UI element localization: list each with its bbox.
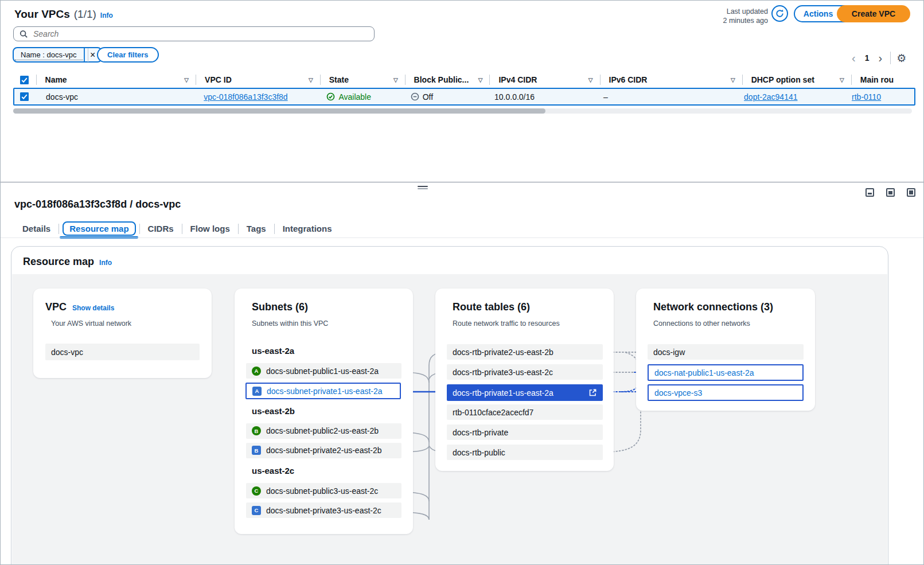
panel-drag-handle[interactable] — [418, 186, 428, 189]
tab-details[interactable]: Details — [14, 222, 59, 235]
vpc-column-title: VPC — [45, 301, 67, 313]
cell-dhcp-option-set-link[interactable]: dopt-2ac94141 — [744, 92, 797, 102]
page-info-link[interactable]: Info — [100, 11, 113, 20]
gear-icon[interactable]: ⚙ — [896, 52, 906, 65]
panel-layout-half-icon[interactable] — [886, 188, 895, 197]
column-filter-icon[interactable]: ▽ — [309, 77, 313, 83]
panel-layout-bottom-icon[interactable] — [865, 188, 874, 197]
network-connection-node-label: docs-vpce-s3 — [654, 388, 702, 398]
refresh-button[interactable] — [771, 5, 788, 22]
column-header-ipv4-cidr: IPv4 CIDR▽ — [489, 71, 599, 88]
cell-block-public-access: Off — [401, 89, 485, 104]
tab-integrations[interactable]: Integrations — [275, 222, 340, 235]
column-header-block-public-: Block Public...▽ — [405, 71, 490, 88]
subnet-node[interactable]: Cdocs-subnet-public3-us-east-2c — [246, 483, 401, 498]
route-tables-column-subtitle: Route network traffic to resources — [453, 319, 560, 328]
panel-layout-full-icon[interactable] — [907, 188, 915, 197]
tab-resource-map[interactable]: Resource map — [63, 221, 135, 236]
cell-main-route-table-link[interactable]: rtb-0110 — [852, 92, 881, 102]
tab-separator — [59, 224, 59, 234]
actions-button-label: Actions — [804, 9, 833, 18]
column-filter-icon[interactable]: ▽ — [184, 77, 189, 83]
vpc-show-details-link[interactable]: Show details — [72, 304, 114, 312]
tabs-divider-line — [1, 237, 923, 238]
column-filter-icon[interactable]: ▽ — [840, 77, 844, 83]
subnet-node[interactable]: Adocs-subnet-public1-us-east-2a — [246, 363, 401, 379]
select-all-checkbox[interactable] — [20, 76, 29, 84]
az-label-us-east-2a: us-east-2a — [252, 346, 294, 356]
table-header-checkbox-cell — [13, 71, 36, 88]
clear-filters-button[interactable]: Clear filters — [97, 47, 159, 63]
page-title-count: (1/1) — [74, 8, 96, 21]
cell-ipv6-cidr-text: – — [603, 92, 608, 102]
create-vpc-button[interactable]: Create VPC — [837, 5, 910, 22]
cell-ipv4-cidr: 10.0.0.0/16 — [485, 89, 594, 104]
route-tables-column-card: Route tables (6) Route network traffic t… — [435, 289, 614, 471]
network-connection-node[interactable]: docs-igw — [648, 344, 804, 360]
filter-token-label: Name : docs-vpc — [15, 50, 83, 60]
column-header-label: Block Public... — [414, 75, 469, 84]
subnet-node[interactable]: Cdocs-subnet-private3-us-east-2c — [246, 502, 401, 518]
subnets-column-subtitle: Subnets within this VPC — [252, 319, 328, 328]
column-filter-icon[interactable]: ▽ — [393, 77, 398, 83]
vpc-column-header: VPC Show details — [45, 301, 114, 313]
filter-divider — [88, 48, 88, 62]
route-table-node[interactable]: docs-rtb-private3-us-east-2c — [447, 364, 603, 380]
tab-flow-logs[interactable]: Flow logs — [182, 222, 238, 235]
panel-layout-controls — [865, 188, 915, 197]
page-title-text: Your VPCs — [14, 8, 70, 21]
subnet-node[interactable]: Bdocs-subnet-public2-us-east-2b — [246, 423, 401, 439]
open-route-table-icon[interactable] — [588, 388, 597, 397]
last-updated: Last updated 2 minutes ago — [660, 7, 768, 25]
route-table-node[interactable]: rtb-0110cface2acecfd7 — [447, 404, 603, 420]
public-subnet-badge: A — [252, 367, 261, 376]
tab-tags[interactable]: Tags — [239, 222, 274, 235]
table-header-row: Name▽VPC ID▽State▽Block Public...▽IPv4 C… — [13, 71, 923, 88]
public-subnet-badge: C — [252, 486, 261, 496]
last-updated-line2: 2 minutes ago — [660, 16, 768, 25]
resource-map-info-link[interactable]: Info — [99, 259, 112, 267]
cell-vpc-id-link[interactable]: vpc-018f086a13f3c3f8d — [204, 92, 287, 102]
tab-cidrs[interactable]: CIDRs — [140, 222, 182, 235]
row-checkbox[interactable] — [20, 92, 29, 101]
column-header-dhcp-option-set: DHCP option set▽ — [742, 71, 851, 88]
network-connection-node[interactable]: docs-vpce-s3 — [648, 384, 804, 401]
column-header-main-rou: Main rou — [851, 71, 923, 88]
cell-ipv4-cidr-text: 10.0.0.0/16 — [494, 92, 535, 102]
column-filter-icon[interactable]: ▽ — [478, 77, 483, 83]
column-filter-icon[interactable]: ▽ — [588, 77, 593, 83]
column-header-label: IPv4 CIDR — [498, 75, 537, 84]
search-input[interactable] — [32, 29, 368, 39]
route-table-node[interactable]: docs-rtb-private — [447, 424, 603, 440]
route-table-node-label: docs-rtb-private — [453, 428, 508, 437]
route-table-node-label: docs-rtb-private2-us-east-2b — [453, 348, 553, 357]
table-row[interactable]: docs-vpcvpc-018f086a13f3c3f8dAvailableOf… — [13, 88, 915, 106]
filter-token[interactable]: Name : docs-vpc × — [13, 47, 102, 63]
network-connections-column-title: Network connections (3) — [653, 301, 773, 313]
network-connection-node[interactable]: docs-nat-public1-us-east-2a — [648, 364, 804, 381]
last-updated-line1: Last updated — [660, 7, 768, 16]
route-table-node[interactable]: docs-rtb-private2-us-east-2b — [447, 344, 603, 360]
vpc-console-screen: Your VPCs (1/1) Info Last updated 2 minu… — [0, 0, 924, 565]
route-table-node[interactable]: docs-rtb-private1-us-east-2a — [447, 384, 603, 401]
subnet-node[interactable]: Adocs-subnet-private1-us-east-2a — [245, 383, 401, 399]
route-table-node[interactable]: docs-rtb-public — [447, 445, 603, 460]
page-number[interactable]: 1 — [864, 53, 871, 63]
column-filter-icon[interactable]: ▽ — [731, 77, 735, 83]
page-prev-icon[interactable]: ‹ — [849, 52, 858, 64]
resource-map-header: Resource map Info — [23, 256, 112, 268]
subnet-node[interactable]: Bdocs-subnet-private2-us-east-2b — [246, 443, 401, 458]
public-subnet-badge: B — [252, 426, 261, 435]
subnets-column-card: Subnets (6) Subnets within this VPC us-e… — [235, 289, 413, 534]
column-header-state: State▽ — [320, 71, 405, 88]
column-header-label: Name — [45, 75, 67, 84]
cell-state: Available — [317, 89, 401, 104]
horizontal-scrollbar-thumb[interactable] — [13, 108, 545, 114]
vpc-node[interactable]: docs-vpc — [45, 344, 200, 360]
page-next-icon[interactable]: › — [876, 52, 884, 64]
search-box — [13, 26, 375, 41]
detail-panel-title: vpc-018f086a13f3c3f8d / docs-vpc — [14, 198, 181, 211]
detail-tabs: DetailsResource mapCIDRsFlow logsTagsInt… — [14, 221, 340, 236]
subnet-node-label: docs-subnet-private1-us-east-2a — [267, 387, 383, 396]
filter-token-divider — [84, 48, 85, 61]
